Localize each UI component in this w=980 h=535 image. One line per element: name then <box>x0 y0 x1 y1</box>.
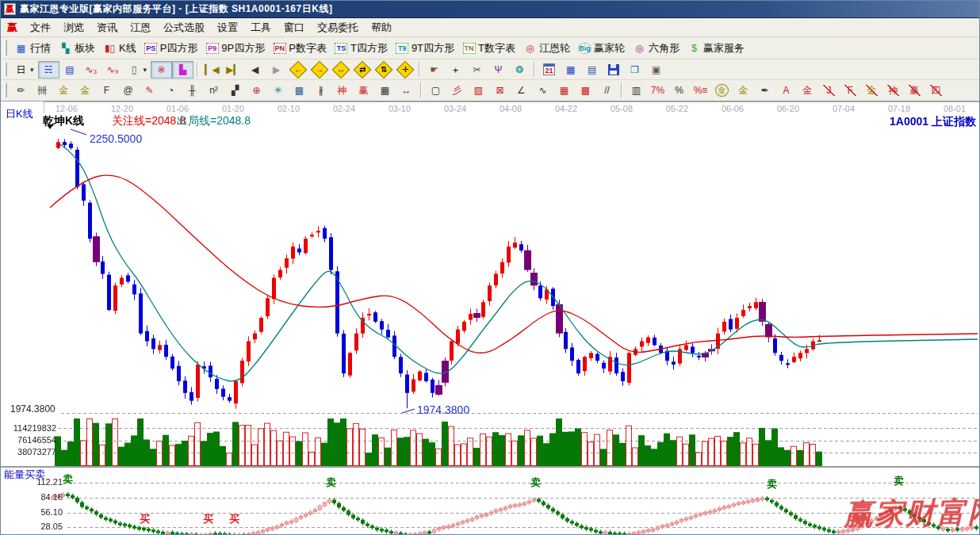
h-span-button[interactable]: ↔ <box>396 82 417 99</box>
crosshair-button[interactable]: ＋ <box>445 61 466 78</box>
wave-9-button[interactable]: ∿₉ <box>102 61 124 78</box>
menu-item-4[interactable]: 公式选股 <box>157 18 211 37</box>
drag-hand-button[interactable]: ☛ <box>423 61 445 78</box>
first-screen-button[interactable]: ▎◀ <box>201 61 223 78</box>
toolbar-gann-wheel-button-button[interactable]: ◎江恩轮 <box>519 39 574 58</box>
shift-right-button[interactable]: → <box>308 61 330 78</box>
calendar-button[interactable]: 21 <box>538 61 560 78</box>
f-slash-button[interactable]: F <box>840 82 861 99</box>
angle-line-button[interactable]: ∠ <box>511 82 532 99</box>
diag-lines-button[interactable]: // <box>596 82 618 99</box>
gold-lines-button[interactable]: 金 <box>733 82 754 99</box>
mirror-button[interactable]: ▞ <box>224 82 246 99</box>
menu-item-2[interactable]: 资讯 <box>90 18 124 37</box>
star-burst-button[interactable]: ✳ <box>267 82 289 99</box>
toolbar-t-table-button-button[interactable]: TNT数字表 <box>458 39 519 58</box>
zoom-v-button[interactable]: ⇅ <box>373 61 394 78</box>
toolbar-quote-button-button[interactable]: ▦行情 <box>10 39 55 58</box>
gann-box-tool-button[interactable]: Ψ <box>488 61 509 78</box>
fan-lines-button[interactable]: 彡 <box>446 82 468 99</box>
toolbar-grip[interactable] <box>4 83 7 97</box>
pen-button[interactable]: ✒ <box>754 82 775 99</box>
grid-hash-button[interactable]: ╫ <box>182 82 203 99</box>
wave-tool-button[interactable]: ∿ <box>532 82 553 99</box>
win-slash-button[interactable]: 赢 <box>904 82 925 99</box>
menu-item-8[interactable]: 交易委托 <box>311 18 365 37</box>
toolbar-grip[interactable] <box>4 40 7 55</box>
gold-slash-button[interactable]: 金 <box>861 82 882 99</box>
kline-chart-canvas[interactable] <box>1 101 980 535</box>
four-slash-button[interactable]: 四 <box>925 82 947 99</box>
zoom-out-h-button[interactable]: ↔ <box>330 61 351 78</box>
toolbar-9t-square-button-button[interactable]: T99T四方形 <box>392 39 458 58</box>
toolbar-winner-service-button-button[interactable]: $赢家服务 <box>683 39 748 58</box>
gold-grid2-button[interactable]: 金 <box>75 82 96 99</box>
angle-pencil-button[interactable]: ✎ <box>139 82 160 99</box>
toolbar-winner-wheel-button-button[interactable]: Big赢家轮 <box>574 39 629 58</box>
gold-red-button[interactable]: 金 <box>797 82 818 99</box>
grid-123-button[interactable]: ▦ <box>374 82 396 99</box>
win-tool-button[interactable]: 赢 <box>353 82 374 99</box>
kline-mark-button[interactable]: ∦ <box>310 82 331 99</box>
red-grid-button[interactable]: ▦ <box>553 82 575 99</box>
prev-bar-button[interactable]: ◀ <box>244 61 266 78</box>
toolbar-button-label: 板块 <box>75 41 95 55</box>
measure-tool-button[interactable]: ✂ <box>466 61 488 78</box>
pct7-button[interactable]: 7% <box>647 82 668 99</box>
compass-button[interactable]: ⊕ <box>246 82 267 99</box>
candle-style-selector-button[interactable]: ▯▾ <box>124 61 151 78</box>
god-tool-button[interactable]: 神 <box>331 82 353 99</box>
save-button[interactable] <box>603 61 624 78</box>
red-grid2-button[interactable]: ▩ <box>575 82 596 99</box>
toolbar-t-square-button-button[interactable]: TST四方形 <box>331 39 392 58</box>
export-button[interactable]: ❒ <box>624 61 645 78</box>
gann-draw-button[interactable]: ※ <box>151 61 172 78</box>
fib-lines-button[interactable]: F <box>96 82 117 99</box>
toolbar-9p-square-button-button[interactable]: P99P四方形 <box>201 39 269 58</box>
pct-button[interactable]: % <box>668 82 690 99</box>
notes-button[interactable]: ▤ <box>581 61 603 78</box>
pct-lines-button[interactable]: %≡ <box>690 82 711 99</box>
menu-item-5[interactable]: 设置 <box>211 18 244 37</box>
grid-box-button[interactable]: ▩ <box>289 82 310 99</box>
bars-button[interactable]: ▥ <box>626 82 647 99</box>
j-slash-button[interactable]: J <box>818 82 840 99</box>
menu-item-3[interactable]: 江恩 <box>124 18 157 37</box>
info-document-button[interactable]: ▤ <box>59 61 81 78</box>
gold-grid-button[interactable]: 金 <box>53 82 75 99</box>
time-circle-button[interactable]: ◔ <box>160 82 182 99</box>
menu-item-0[interactable]: 文件 <box>24 18 57 37</box>
toolbar-hexagon-button-button[interactable]: ◎六角形 <box>629 39 683 58</box>
last-screen-button[interactable]: ▶▎ <box>223 61 244 78</box>
spiral-button[interactable]: @ <box>117 82 139 99</box>
box-x-button[interactable]: ⊠ <box>489 82 511 99</box>
fan-box-button[interactable]: ▨ <box>468 82 489 99</box>
pencil-ruler-button[interactable]: ✏ <box>10 82 32 99</box>
toolbar-sectors-button-button[interactable]: ▚板块 <box>55 39 99 58</box>
menu-item-6[interactable]: 工具 <box>244 18 278 37</box>
toolbar-p-square-button-button[interactable]: PSP四方形 <box>140 39 202 58</box>
calculator-button[interactable]: ▦ <box>560 61 581 78</box>
print-button[interactable]: ▣ <box>645 61 667 78</box>
zoom-fit-button[interactable]: ✛ <box>394 61 415 78</box>
zoom-in-h-button[interactable]: ⇄ <box>351 61 373 78</box>
hatch-lines-button[interactable]: 卌 <box>32 82 53 99</box>
rect-select-button[interactable]: ▢ <box>425 82 446 99</box>
wave-3-button[interactable]: ∿₃ <box>81 61 102 78</box>
menu-item-1[interactable]: 浏览 <box>57 18 90 37</box>
a-box-button[interactable]: A <box>775 82 797 99</box>
toolbar-kline-button-button[interactable]: ▮▯K线 <box>99 39 140 58</box>
n-square-button[interactable]: n² <box>203 82 224 99</box>
toolbar-p-table-button-button[interactable]: PNP数字表 <box>269 39 331 58</box>
menu-item-9[interactable]: 帮助 <box>365 18 398 37</box>
toolbar-grip[interactable] <box>4 63 7 77</box>
period-day-selector-button[interactable]: 日▾ <box>10 61 38 78</box>
analysis-tool-button[interactable]: ❂ <box>509 61 530 78</box>
menu-item-7[interactable]: 窗口 <box>278 18 311 37</box>
gold-circle-button[interactable]: 金 <box>711 82 733 99</box>
color-histogram-button[interactable]: ▙ <box>172 61 193 78</box>
next-bar-button[interactable]: ▶ <box>266 61 287 78</box>
god-slash-button[interactable]: 神 <box>882 82 904 99</box>
shift-left-button[interactable]: ← <box>287 61 308 78</box>
chart-window-button[interactable]: ☵ <box>38 61 59 78</box>
